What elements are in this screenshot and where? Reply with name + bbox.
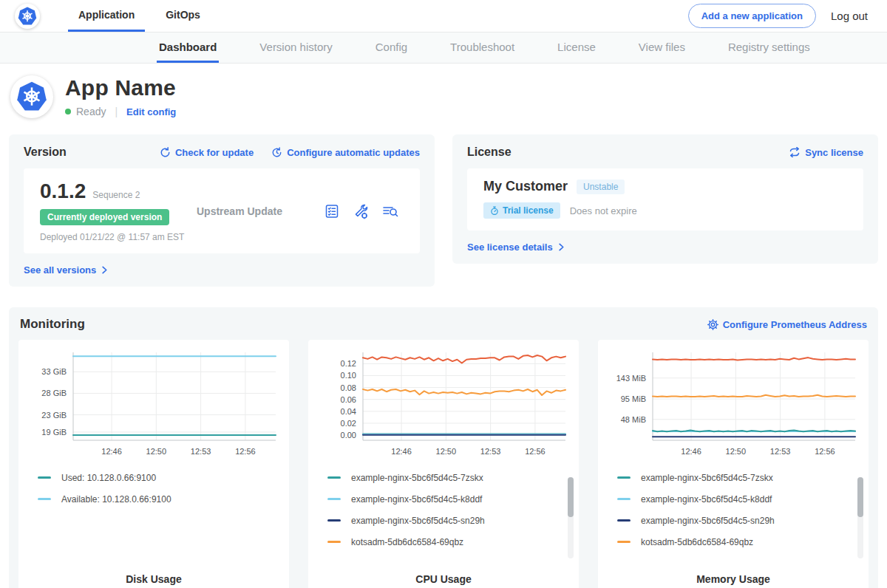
legend-label: example-nginx-5bc6f5d4c5-7zskx bbox=[641, 473, 773, 483]
legend-item: example-nginx-5bc6f5d4c5-sn29h bbox=[327, 510, 570, 531]
legend-color-dash bbox=[327, 519, 341, 522]
legend-color-dash bbox=[327, 541, 341, 543]
svg-text:12:46: 12:46 bbox=[101, 447, 122, 456]
sync-license-link[interactable]: Sync license bbox=[789, 147, 863, 158]
app-subnav: Dashboard Version history Config Trouble… bbox=[0, 33, 887, 64]
summary-cards-row: Version Check for update bbox=[0, 134, 887, 287]
subnav-license[interactable]: License bbox=[555, 33, 598, 63]
edit-config-link[interactable]: Edit config bbox=[126, 106, 176, 117]
svg-text:143 MiB: 143 MiB bbox=[616, 374, 646, 383]
chevron-right-icon bbox=[557, 243, 565, 251]
customer-name: My Customer bbox=[483, 179, 568, 194]
disk-usage-plot: 19 GiB23 GiB28 GiB33 GiB12:4612:5012:531… bbox=[27, 347, 280, 459]
chevron-right-icon bbox=[101, 266, 108, 274]
svg-text:12:50: 12:50 bbox=[436, 447, 457, 456]
sync-icon bbox=[789, 147, 801, 157]
svg-text:12:46: 12:46 bbox=[681, 447, 701, 456]
add-application-button[interactable]: Add a new application bbox=[688, 4, 816, 28]
legend-color-dash bbox=[327, 498, 341, 500]
configure-automatic-updates-link[interactable]: Configure automatic updates bbox=[271, 147, 420, 158]
current-version-card: 0.1.2 Sequence 2 Currently deployed vers… bbox=[24, 168, 420, 253]
svg-text:12:50: 12:50 bbox=[146, 447, 167, 456]
svg-text:0.02: 0.02 bbox=[341, 419, 356, 428]
legend-item: kotsadm-5db6dc6584-69qbz bbox=[617, 531, 860, 553]
svg-text:19 GiB: 19 GiB bbox=[41, 428, 67, 437]
svg-text:48 MiB: 48 MiB bbox=[621, 415, 646, 424]
disk-usage-legend: Used: 10.128.0.66:9100Available: 10.128.… bbox=[27, 467, 280, 510]
legend-item: example-nginx-5bc6f5d4c5-k8ddf bbox=[617, 488, 860, 510]
preflight-checks-icon[interactable] bbox=[324, 203, 340, 219]
legend-label: Available: 10.128.0.66:9100 bbox=[61, 494, 171, 505]
svg-text:0.10: 0.10 bbox=[341, 371, 356, 380]
see-license-details-link[interactable]: See license details bbox=[467, 242, 565, 253]
legend-color-dash bbox=[38, 476, 51, 479]
top-tabs: Application GitOps bbox=[68, 0, 211, 32]
legend-item: Available: 10.128.0.66:9100 bbox=[38, 488, 280, 510]
legend-item: example-nginx-5bc6f5d4c5-k8ddf bbox=[327, 488, 570, 510]
legend-label: example-nginx-5bc6f5d4c5-7zskx bbox=[351, 473, 483, 483]
memory-usage-chart-card: 48 MiB95 MiB143 MiB12:4612:5012:5312:56 … bbox=[598, 340, 869, 588]
legend-item: Used: 10.128.0.66:9100 bbox=[38, 467, 280, 488]
legend-item: example-nginx-5bc6f5d4c5-7zskx bbox=[327, 467, 570, 488]
scrollbar-thumb[interactable] bbox=[568, 477, 574, 517]
kubernetes-wheel-icon bbox=[16, 81, 47, 112]
svg-text:23 GiB: 23 GiB bbox=[41, 411, 67, 420]
svg-text:0.06: 0.06 bbox=[341, 395, 356, 404]
ready-status-dot bbox=[65, 109, 71, 114]
subnav-version-history[interactable]: Version history bbox=[257, 33, 334, 63]
version-sequence: Sequence 2 bbox=[92, 190, 140, 200]
tab-gitops[interactable]: GitOps bbox=[155, 0, 211, 32]
divider: | bbox=[115, 106, 118, 117]
deployed-version-badge: Currently deployed version bbox=[40, 209, 169, 225]
channel-badge: Unstable bbox=[577, 180, 625, 194]
app-header: App Name Ready | Edit config bbox=[0, 64, 887, 127]
svg-text:12:53: 12:53 bbox=[480, 447, 501, 456]
subnav-dashboard[interactable]: Dashboard bbox=[157, 33, 219, 63]
configure-prometheus-link[interactable]: Configure Prometheus Address bbox=[707, 319, 867, 330]
scrollbar-thumb[interactable] bbox=[857, 477, 863, 517]
subnav-registry-settings[interactable]: Registry settings bbox=[726, 33, 812, 63]
subnav-config[interactable]: Config bbox=[373, 33, 409, 63]
topnav-actions: Add a new application Log out bbox=[688, 0, 868, 32]
svg-text:0.00: 0.00 bbox=[341, 431, 356, 440]
legend-item: kotsadm-5db6dc6584-69qbz bbox=[327, 531, 570, 553]
memory-usage-plot: 48 MiB95 MiB143 MiB12:4612:5012:5312:56 bbox=[607, 347, 860, 459]
chart-title: Disk Usage bbox=[27, 573, 280, 588]
cpu-usage-chart-card: 0.000.020.040.060.080.100.1212:4612:5012… bbox=[308, 340, 579, 588]
cpu-usage-plot: 0.000.020.040.060.080.100.1212:4612:5012… bbox=[317, 347, 570, 459]
subnav-troubleshoot[interactable]: Troubleshoot bbox=[448, 33, 517, 63]
legend-color-dash bbox=[617, 498, 631, 500]
legend-label: Used: 10.128.0.66:9100 bbox=[61, 473, 156, 483]
top-navbar: Application GitOps Add a new application… bbox=[0, 0, 887, 33]
charts-row: 19 GiB23 GiB28 GiB33 GiB12:4612:5012:531… bbox=[18, 340, 869, 588]
legend-label: example-nginx-5bc6f5d4c5-k8ddf bbox=[641, 494, 772, 505]
schedule-update-icon bbox=[271, 147, 282, 158]
monitoring-section: Monitoring Configure Prometheus Address bbox=[9, 307, 878, 588]
chart-title: Memory Usage bbox=[607, 573, 860, 588]
config-wrench-icon[interactable] bbox=[353, 203, 369, 219]
logout-link[interactable]: Log out bbox=[831, 10, 868, 22]
monitoring-title: Monitoring bbox=[20, 317, 85, 332]
tab-application[interactable]: Application bbox=[68, 0, 145, 32]
legend-label: kotsadm-5db6dc6584-69qbz bbox=[351, 537, 463, 547]
version-source-label: Upstream Update bbox=[197, 205, 324, 217]
svg-text:12:56: 12:56 bbox=[235, 447, 256, 456]
gear-icon bbox=[707, 319, 718, 330]
refresh-icon bbox=[160, 147, 171, 158]
see-all-versions-link[interactable]: See all versions bbox=[24, 264, 108, 276]
app-status-text: Ready bbox=[76, 106, 106, 117]
legend-color-dash bbox=[617, 519, 631, 522]
legend-color-dash bbox=[617, 476, 631, 479]
legend-scrollbar[interactable] bbox=[568, 477, 574, 558]
legend-scrollbar[interactable] bbox=[857, 477, 863, 558]
chart-title: CPU Usage bbox=[317, 573, 570, 588]
cpu-usage-legend: example-nginx-5bc6f5d4c5-7zskxexample-ng… bbox=[317, 467, 570, 553]
kubernetes-logo bbox=[15, 4, 40, 29]
disk-usage-chart-card: 19 GiB23 GiB28 GiB33 GiB12:4612:5012:531… bbox=[18, 340, 289, 588]
deploy-logs-icon[interactable] bbox=[381, 203, 399, 219]
svg-text:12:46: 12:46 bbox=[391, 447, 412, 456]
license-expiration: Does not expire bbox=[570, 205, 637, 216]
subnav-view-files[interactable]: View files bbox=[636, 33, 687, 63]
check-for-update-link[interactable]: Check for update bbox=[160, 147, 254, 158]
svg-text:12:53: 12:53 bbox=[191, 447, 211, 456]
